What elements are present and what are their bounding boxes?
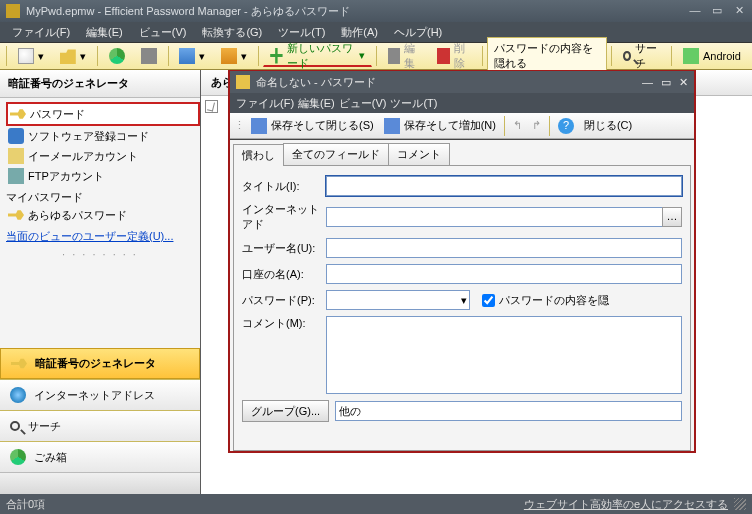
close-button[interactable]: ✕ (732, 5, 746, 17)
export-icon (221, 48, 237, 64)
label-user: ユーザー名(U): (242, 241, 326, 256)
content-area: あらゆるパスワード 命名しない - パスワード — ▭ ✕ ファイル(F) 編集… (201, 70, 752, 494)
maximize-button[interactable]: ▭ (710, 5, 724, 17)
new-doc-button[interactable]: ▾ (11, 45, 51, 67)
dialog-form: タイトル(I): インターネットアド… ユーザー名(U): 口座の名(A): パ… (233, 165, 691, 451)
user-defined-link[interactable]: 当面のビューのユーザー定義(U)... (0, 225, 200, 248)
menu-file[interactable]: ファイル(F) (6, 23, 76, 42)
tree-item-ftp[interactable]: FTPアカウント (6, 166, 200, 186)
sidebar-splitter[interactable]: · · · · · · · · (0, 248, 200, 258)
window-title: MyPwd.epmw - Efficient Password Manager … (26, 4, 350, 19)
tree-item-email[interactable]: イーメールアカウント (6, 146, 200, 166)
next-button[interactable]: ↱ (528, 115, 545, 137)
delete-button[interactable]: 削除 (430, 45, 478, 67)
dialog-close-button[interactable]: 閉じる(C) (580, 115, 636, 137)
tab-custom[interactable]: 慣わし (233, 144, 284, 166)
dmenu-tools[interactable]: ツール(T) (390, 96, 437, 111)
dmenu-file[interactable]: ファイル(F) (236, 96, 294, 111)
folder-open-icon (60, 48, 76, 64)
save-add-button[interactable]: 保存そして増加(N) (380, 115, 500, 137)
input-user[interactable] (326, 238, 682, 258)
label-password: パスワード(P): (242, 293, 326, 308)
tab-comment[interactable]: コメント (388, 143, 450, 165)
sidebar-tree: パスワード ソフトウェア登録コード イーメールアカウント FTPアカウント マイ… (0, 98, 200, 225)
save-close-button[interactable]: 保存そして閉じる(S) (247, 115, 378, 137)
password-dialog: 命名しない - パスワード — ▭ ✕ ファイル(F) 編集(E) ビュー(V)… (228, 70, 696, 453)
menu-convert[interactable]: 転換する(G) (196, 23, 268, 42)
help-button[interactable]: ? (554, 115, 578, 137)
sync-button[interactable] (102, 45, 132, 67)
android-button[interactable]: Android (676, 45, 748, 67)
menu-help[interactable]: ヘルプ(H) (388, 23, 448, 42)
label-url: インターネットアド (242, 202, 326, 232)
export-button[interactable]: ▾ (214, 45, 254, 67)
key-icon (8, 207, 24, 223)
chevron-down-icon: ▾ (461, 294, 467, 307)
input-account[interactable] (326, 264, 682, 284)
dialog-menubar: ファイル(F) 編集(E) ビュー(V) ツール(T) (230, 93, 694, 113)
dmenu-view[interactable]: ビュー(V) (339, 96, 387, 111)
import-button[interactable]: ▾ (172, 45, 212, 67)
window-titlebar: MyPwd.epmw - Efficient Password Manager … (0, 0, 752, 22)
prev-button[interactable]: ↰ (509, 115, 526, 137)
tab-allfields[interactable]: 全てのフィールド (283, 143, 389, 165)
print-button[interactable] (134, 45, 164, 67)
menu-edit[interactable]: 編集(E) (80, 23, 129, 42)
group-button[interactable]: グループ(G)... (242, 400, 329, 422)
new-password-button[interactable]: 新しいパスワード ▾ (263, 45, 372, 67)
nav-search[interactable]: サーチ (0, 410, 200, 441)
trash-icon (10, 449, 26, 465)
save-icon (251, 118, 267, 134)
nav-internet[interactable]: インターネットアドレス (0, 379, 200, 410)
label-title: タイトル(I): (242, 179, 326, 194)
dialog-tabs: 慣わし 全てのフィールド コメント (233, 143, 691, 165)
status-bar: 合計0項 ウェブサイト高効率のe人にアクセスする (0, 494, 752, 514)
tree-item-password[interactable]: パスワード (6, 102, 200, 126)
key-icon (236, 75, 250, 89)
app-icon (6, 4, 20, 18)
status-website-link[interactable]: ウェブサイト高効率のe人にアクセスする (524, 497, 728, 512)
edit-button[interactable]: 編集 (381, 45, 429, 67)
open-button[interactable]: ▾ (53, 45, 93, 67)
status-count: 合計0項 (6, 497, 45, 512)
search-icon (10, 421, 20, 431)
tree-item-software[interactable]: ソフトウェア登録コード (6, 126, 200, 146)
dialog-toolbar: ⋮ 保存そして閉じる(S) 保存そして増加(N) ↰ ↱ ? 閉じる(C) (230, 113, 694, 139)
input-comment[interactable] (326, 316, 682, 394)
sidebar-header: 暗証番号のジェネレータ (0, 70, 200, 98)
dialog-maximize[interactable]: ▭ (661, 76, 671, 89)
delete-icon (437, 48, 450, 64)
checkbox-hide-password[interactable] (482, 294, 495, 307)
menu-view[interactable]: ビュー(V) (133, 23, 193, 42)
tree-item-all[interactable]: あらゆるパスワード (6, 205, 200, 225)
resize-grip[interactable] (734, 498, 746, 510)
minimize-button[interactable]: — (688, 5, 702, 17)
input-group[interactable] (335, 401, 682, 421)
url-browse-button[interactable]: … (662, 207, 682, 227)
input-url[interactable] (326, 207, 663, 227)
input-password[interactable]: ▾ (326, 290, 470, 310)
dialog-minimize[interactable]: — (642, 76, 653, 89)
dmenu-edit[interactable]: 編集(E) (298, 96, 335, 111)
search-button[interactable]: サーチ (616, 45, 668, 67)
ftp-icon (8, 168, 24, 184)
menu-tools[interactable]: ツール(T) (272, 23, 331, 42)
nav-generator[interactable]: 暗証番号のジェネレータ (0, 348, 200, 379)
label-account: 口座の名(A): (242, 267, 326, 282)
menu-action[interactable]: 動作(A) (335, 23, 384, 42)
label-comment: コメント(M): (242, 316, 326, 331)
pencil-icon (388, 48, 401, 64)
sidebar: 暗証番号のジェネレータ パスワード ソフトウェア登録コード イーメールアカウント… (0, 70, 201, 494)
input-title[interactable] (326, 176, 682, 196)
search-icon (623, 51, 632, 61)
dialog-close[interactable]: ✕ (679, 76, 688, 89)
globe-icon (10, 387, 26, 403)
recycle-icon (109, 48, 125, 64)
column-marker[interactable] (205, 100, 218, 113)
dialog-titlebar: 命名しない - パスワード — ▭ ✕ (230, 71, 694, 93)
import-icon (179, 48, 195, 64)
android-icon (683, 48, 699, 64)
help-icon: ? (558, 118, 574, 134)
nav-trash[interactable]: ごみ箱 (0, 441, 200, 472)
main-toolbar: ▾ ▾ ▾ ▾ 新しいパスワード ▾ 編集 削除 パスワードの内容を隠れる サー… (0, 42, 752, 70)
